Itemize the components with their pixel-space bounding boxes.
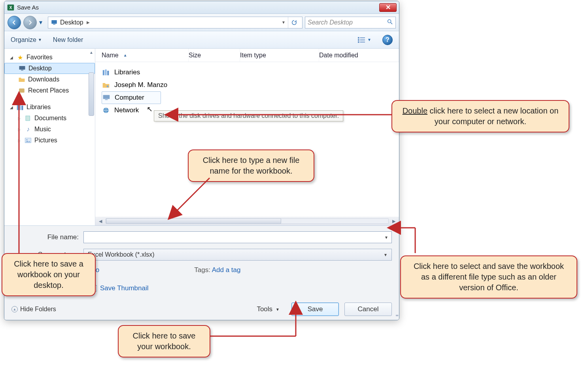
svg-rect-25 (103, 95, 110, 99)
list-item[interactable]: Joseph M. Manzo (102, 79, 399, 91)
expand-icon[interactable]: ▷ (18, 116, 22, 121)
svg-rect-22 (105, 70, 107, 76)
expand-icon[interactable]: ▷ (18, 138, 22, 143)
callout-save: Click here to save your workbook. (118, 325, 210, 357)
col-date[interactable]: Date modified (319, 49, 399, 62)
chevron-right-icon[interactable]: ▶ (87, 20, 90, 25)
history-dropdown[interactable]: ▾ (39, 19, 45, 26)
sidebar-item-desktop[interactable]: Desktop (4, 63, 95, 74)
scroll-up-icon[interactable]: ▲ (89, 50, 94, 56)
sidebar-item-documents[interactable]: ▷ Documents (4, 113, 95, 124)
cursor-icon: ↖ (147, 105, 153, 113)
col-name[interactable]: Name▲ (102, 49, 189, 62)
network-icon (102, 107, 110, 114)
svg-point-24 (107, 85, 109, 87)
tags-value[interactable]: Add a tag (212, 266, 241, 274)
libraries-icon (102, 69, 110, 76)
tooltip: Shows the disk drives and hardware conne… (154, 110, 343, 121)
documents-icon (24, 115, 32, 121)
computer-icon (102, 94, 111, 101)
desktop-icon (51, 19, 58, 26)
callout-computer: Double click here to select a new locati… (391, 100, 569, 132)
star-icon: ★ (16, 54, 24, 61)
tags-label: Tags: Add a tag (194, 266, 240, 274)
file-name-label: File name: (11, 233, 79, 241)
svg-rect-18 (26, 116, 30, 121)
callout-save-type: Click here to select and save the workbo… (400, 255, 577, 299)
col-size[interactable]: Size (189, 49, 240, 62)
chevron-down-icon: ▼ (367, 38, 371, 42)
svg-rect-2 (51, 20, 57, 24)
new-folder-button[interactable]: New folder (53, 36, 83, 43)
svg-rect-21 (103, 70, 104, 75)
collapse-icon[interactable]: ◢ (10, 105, 14, 110)
desktop-icon (18, 65, 26, 72)
svg-rect-6 (358, 37, 359, 38)
cancel-button[interactable]: Cancel (344, 303, 392, 316)
sidebar-item-music[interactable]: ▷ ♪ Music (4, 124, 95, 135)
view-button[interactable]: ▼ (357, 36, 371, 43)
scroll-right-icon[interactable]: ▶ (390, 219, 397, 224)
svg-line-5 (391, 23, 392, 24)
file-name-input[interactable]: ▼ (83, 231, 392, 243)
save-thumbnail-label[interactable]: Save Thumbnail (100, 284, 149, 292)
svg-rect-10 (358, 41, 359, 43)
expand-icon[interactable]: ▷ (18, 127, 22, 132)
chevron-down-icon[interactable]: ▼ (384, 235, 388, 240)
excel-icon: X (7, 4, 15, 11)
hide-folders-button[interactable]: ▲ Hide Folders (11, 306, 56, 313)
horizontal-scrollbar[interactable]: ◀ ▶ (95, 217, 399, 225)
organize-button[interactable]: Organize ▼ (11, 36, 42, 43)
close-button[interactable]: ✕ (379, 3, 397, 12)
list-view-icon (357, 36, 366, 43)
resize-grip-icon[interactable]: ▪▪▪ (395, 312, 397, 318)
music-icon: ♪ (24, 126, 32, 133)
collapse-icon[interactable]: ◢ (10, 55, 14, 60)
scroll-thumb[interactable] (106, 218, 281, 224)
callout-file-name: Click here to type a new file name for t… (188, 149, 314, 182)
sort-asc-icon: ▲ (123, 53, 127, 57)
list-item-computer[interactable]: Computer (102, 91, 161, 104)
sidebar-item-downloads[interactable]: Downloads (4, 74, 95, 85)
list-item[interactable]: Libraries (102, 66, 399, 79)
scroll-left-icon[interactable]: ◀ (97, 219, 104, 224)
breadcrumb[interactable]: Desktop (60, 19, 83, 26)
address-dropdown[interactable]: ▼ (282, 20, 285, 25)
address-bar[interactable]: Desktop ▶ ▼ (48, 17, 303, 28)
tree-favorites[interactable]: ◢ ★ Favorites (4, 52, 95, 63)
search-icon (387, 19, 393, 26)
nav-sidebar: ▲ ◢ ★ Favorites Desktop Downloads (4, 49, 95, 225)
toolbar: Organize ▼ New folder ▼ ? (4, 31, 399, 49)
refresh-button[interactable] (288, 17, 300, 28)
sidebar-item-pictures[interactable]: ▷ Pictures (4, 135, 95, 146)
svg-rect-14 (19, 89, 25, 93)
sidebar-item-recent-places[interactable]: Recent Places (4, 85, 95, 96)
navbar: ▾ Desktop ▶ ▼ Search Desktop (4, 14, 399, 31)
chevron-down-icon[interactable]: ▼ (384, 253, 388, 257)
svg-rect-9 (360, 40, 365, 40)
file-area: Name▲ Size Item type Date modified Libra… (95, 49, 399, 225)
save-button[interactable]: Save (291, 303, 339, 316)
back-button[interactable] (8, 16, 21, 29)
svg-rect-15 (17, 105, 19, 110)
svg-point-20 (26, 139, 28, 140)
collapse-icon: ▲ (11, 306, 18, 312)
save-type-combo[interactable]: Excel Workbook (*.xlsx) ▼ (83, 249, 392, 261)
scroll-track[interactable] (106, 218, 389, 224)
forward-button[interactable] (23, 16, 37, 29)
chevron-down-icon: ▼ (38, 38, 42, 42)
close-icon: ✕ (386, 4, 391, 11)
svg-rect-8 (358, 39, 359, 41)
body: ▲ ◢ ★ Favorites Desktop Downloads (4, 49, 399, 226)
window-title: Save As (17, 4, 39, 11)
tools-menu[interactable]: Tools ▼ (257, 305, 280, 313)
svg-rect-16 (19, 104, 21, 110)
svg-point-4 (388, 19, 391, 23)
svg-rect-17 (21, 106, 23, 110)
tree-libraries[interactable]: ◢ Libraries (4, 102, 95, 113)
search-input[interactable]: Search Desktop (305, 17, 396, 28)
help-button[interactable]: ? (382, 35, 393, 45)
scrollbar-thumb[interactable] (89, 72, 94, 116)
col-type[interactable]: Item type (240, 49, 319, 62)
user-folder-icon (102, 81, 110, 89)
